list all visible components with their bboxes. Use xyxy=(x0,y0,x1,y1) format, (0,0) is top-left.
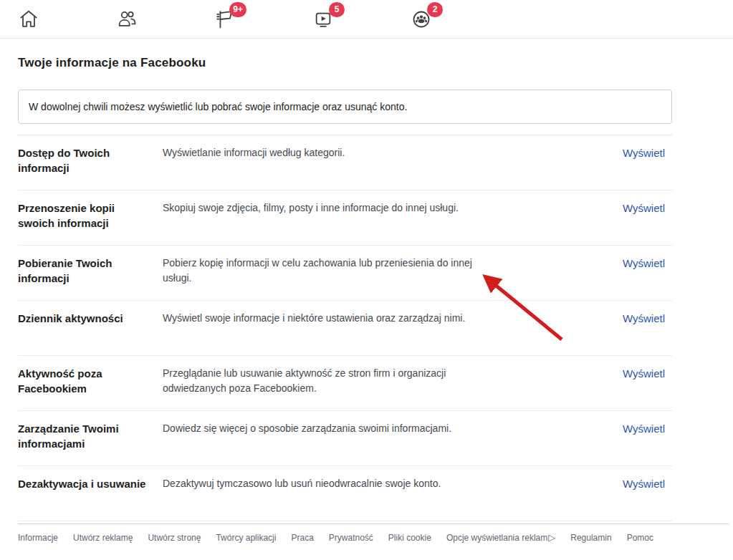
row-description: Wyświetlanie informacji według kategorii… xyxy=(163,145,472,160)
view-link[interactable]: Wyświetl xyxy=(623,201,665,216)
nav-home-button[interactable] xyxy=(17,8,40,31)
footer-link-informacje[interactable]: Informacje xyxy=(18,532,58,543)
row-description: Skopiuj swoje zdjęcia, filmy, posty i in… xyxy=(163,201,472,216)
footer-link-utworz-strone[interactable]: Utwórz stronę xyxy=(148,532,201,543)
view-link[interactable]: Wyświetl xyxy=(623,366,665,381)
footer-link-label: Opcje wyświetlania reklam xyxy=(446,533,547,543)
row-title: Zarządzanie Twoimi informacjami xyxy=(18,421,151,451)
footer-link-opcje-reklam[interactable]: Opcje wyświetlania reklam▷ xyxy=(446,532,555,543)
settings-row-managing-your-information: Zarządzanie Twoimi informacjami Dowiedz … xyxy=(18,411,672,466)
nav-pages-button[interactable]: 9+ xyxy=(214,8,236,31)
notification-badge: 2 xyxy=(427,2,443,17)
home-icon xyxy=(18,9,39,30)
row-title: Pobieranie Twoich informacji xyxy=(18,256,151,286)
info-notice-box: W dowolnej chwili możesz wyświetlić lub … xyxy=(18,90,672,124)
row-title: Dziennik aktywności xyxy=(18,311,151,326)
row-description: Pobierz kopię informacji w celu zachowan… xyxy=(163,256,472,286)
nav-friends-button[interactable] xyxy=(115,8,138,31)
page-footer: Informacje Utwórz reklamę Utwórz stronę … xyxy=(18,523,729,543)
row-title: Aktywność poza Facebookiem xyxy=(18,366,151,396)
footer-links: Informacje Utwórz reklamę Utwórz stronę … xyxy=(18,532,729,543)
adchoices-icon: ▷ xyxy=(548,532,555,543)
footer-link-regulamin[interactable]: Regulamin xyxy=(570,532,611,543)
row-description: Przeglądanie lub usuwanie aktywność ze s… xyxy=(163,366,472,396)
footer-link-praca[interactable]: Praca xyxy=(291,532,313,543)
nav-groups-button[interactable]: 2 xyxy=(410,8,433,31)
footer-link-pliki-cookie[interactable]: Pliki cookie xyxy=(388,532,431,543)
settings-row-deactivation-deletion: Dezaktywacja i usuwanie Dezaktywuj tymcz… xyxy=(18,466,672,521)
nav-watch-button[interactable]: 5 xyxy=(312,8,335,31)
view-link[interactable]: Wyświetl xyxy=(623,256,665,271)
row-title: Dezaktywacja i usuwanie xyxy=(18,476,151,491)
settings-row-access-your-information: Dostęp do Twoich informacji Wyświetlanie… xyxy=(18,135,672,190)
footer-link-tworcy-aplikacji[interactable]: Twórcy aplikacji xyxy=(216,532,276,543)
notification-badge: 5 xyxy=(329,2,345,17)
top-navigation: 9+ 5 2 xyxy=(0,0,733,39)
row-description: Dowiedz się więcej o sposobie zarządzani… xyxy=(163,421,472,436)
settings-row-activity-log: Dziennik aktywności Wyświetl swoje infor… xyxy=(18,301,672,356)
settings-row-download-your-information: Pobieranie Twoich informacji Pobierz kop… xyxy=(18,246,672,301)
friends-icon xyxy=(116,9,138,30)
footer-link-prywatnosc[interactable]: Prywatność xyxy=(329,532,373,543)
row-title: Przenoszenie kopii swoich informacji xyxy=(18,201,151,231)
view-link[interactable]: Wyświetl xyxy=(623,311,665,326)
notification-badge: 9+ xyxy=(229,2,246,17)
settings-row-off-facebook-activity: Aktywność poza Facebookiem Przeglądanie … xyxy=(18,356,672,411)
view-link[interactable]: Wyświetl xyxy=(623,421,665,436)
page-title: Twoje informacje na Facebooku xyxy=(18,56,672,70)
settings-page: Twoje informacje na Facebooku W dowolnej… xyxy=(18,56,672,521)
row-description: Wyświetl swoje informacje i niektóre ust… xyxy=(163,311,472,326)
settings-list: Dostęp do Twoich informacji Wyświetlanie… xyxy=(18,135,672,521)
view-link[interactable]: Wyświetl xyxy=(623,145,665,160)
settings-row-transfer-copy: Przenoszenie kopii swoich informacji Sko… xyxy=(18,190,672,246)
footer-link-utworz-reklame[interactable]: Utwórz reklamę xyxy=(73,532,133,543)
info-notice-text: W dowolnej chwili możesz wyświetlić lub … xyxy=(29,101,407,112)
footer-link-pomoc[interactable]: Pomoc xyxy=(627,532,653,543)
view-link[interactable]: Wyświetl xyxy=(623,476,665,491)
row-description: Dezaktywuj tymczasowo lub usuń nieodwrac… xyxy=(163,476,472,491)
row-title: Dostęp do Twoich informacji xyxy=(18,145,151,175)
